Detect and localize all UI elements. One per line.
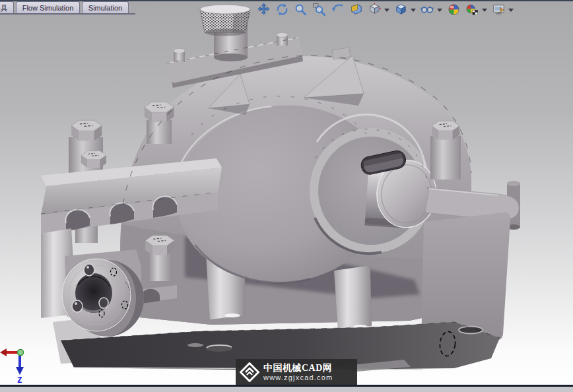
breather-cap[interactable] bbox=[200, 5, 250, 61]
window-top-border bbox=[0, 0, 573, 1]
status-bar bbox=[0, 387, 573, 392]
z-axis-label: Z bbox=[17, 376, 22, 385]
zoom-to-area-icon[interactable] bbox=[312, 2, 326, 16]
zoom-to-fit-icon[interactable] bbox=[293, 2, 308, 16]
z-axis-arrow bbox=[16, 367, 24, 375]
view-orientation-icon[interactable] bbox=[367, 2, 382, 16]
rotate-view-icon[interactable] bbox=[275, 2, 289, 16]
y-axis-dot bbox=[18, 350, 24, 356]
right-bearing-assembly[interactable] bbox=[421, 121, 519, 348]
tab-simulation[interactable]: Simulation bbox=[82, 1, 129, 14]
tab-underline bbox=[0, 13, 135, 15]
heads-up-toolbar[interactable] bbox=[256, 2, 514, 16]
watermark-title: 中国机械CAD网 bbox=[263, 363, 333, 374]
pan-icon[interactable] bbox=[256, 2, 271, 16]
watermark-logo-icon bbox=[240, 362, 259, 382]
hex-bolt bbox=[432, 121, 459, 139]
section-view-icon[interactable] bbox=[349, 2, 363, 16]
hide-show-items-icon[interactable] bbox=[420, 2, 434, 16]
display-style-dropdown[interactable] bbox=[411, 9, 416, 12]
checkered-flag bbox=[473, 10, 478, 15]
x-axis-arrow bbox=[0, 348, 7, 356]
hex-bolt bbox=[81, 151, 106, 168]
gearbox-model[interactable] bbox=[0, 0, 573, 392]
tab-tools[interactable]: 具 bbox=[0, 1, 14, 14]
tab-simulation-label: Simulation bbox=[88, 4, 122, 12]
graphics-viewport[interactable]: 具 Flow Simulation Simulation bbox=[0, 0, 573, 392]
view-settings-icon[interactable] bbox=[491, 2, 506, 16]
tab-flow-simulation[interactable]: Flow Simulation bbox=[16, 1, 80, 14]
apply-scene-dropdown[interactable] bbox=[482, 9, 487, 12]
edit-appearance-icon[interactable] bbox=[446, 2, 461, 16]
hex-bolt bbox=[145, 236, 174, 255]
hex-bolt bbox=[71, 120, 102, 141]
display-style-icon[interactable] bbox=[393, 2, 408, 16]
watermark-url: www.zgjxcad.com bbox=[263, 374, 333, 382]
hide-show-items-dropdown[interactable] bbox=[437, 9, 442, 12]
watermark: 中国机械CAD网 www.zgjxcad.com bbox=[236, 359, 357, 385]
view-settings-dropdown[interactable] bbox=[508, 9, 514, 12]
coordinate-triad: Z bbox=[0, 342, 32, 385]
view-orientation-dropdown[interactable] bbox=[384, 9, 389, 12]
apply-scene-icon[interactable] bbox=[465, 2, 479, 16]
hex-bolt bbox=[145, 102, 174, 122]
tab-flow-simulation-label: Flow Simulation bbox=[22, 4, 74, 12]
previous-view-icon[interactable] bbox=[330, 2, 345, 16]
tab-tools-label: 具 bbox=[1, 4, 8, 12]
